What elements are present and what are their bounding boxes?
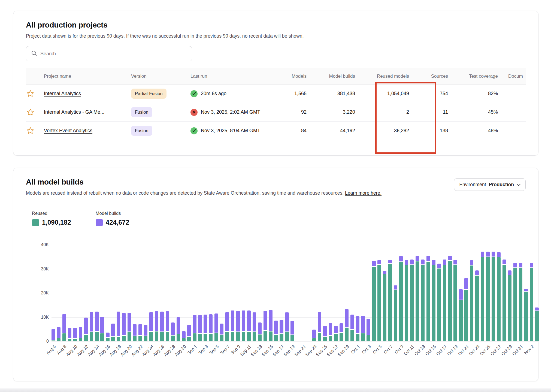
x-axis-label-aug-16: Aug 16 bbox=[98, 344, 111, 357]
reused-segment bbox=[84, 335, 88, 341]
search-input[interactable] bbox=[40, 51, 187, 57]
reused-segment bbox=[405, 265, 408, 341]
bar-sep-15: Sep 15 bbox=[269, 245, 273, 341]
model-builds-segment bbox=[497, 252, 501, 257]
y-axis-label-20K: 20K bbox=[32, 291, 49, 295]
y-axis-label-30K: 30K bbox=[32, 267, 49, 272]
bar-aug-25 bbox=[155, 245, 158, 341]
model-builds-segment bbox=[290, 321, 294, 334]
model-builds-segment bbox=[405, 260, 408, 265]
model-builds-segment bbox=[426, 256, 430, 261]
x-axis-label-sep-13: Sep 13 bbox=[250, 344, 263, 357]
reused-segment bbox=[394, 290, 397, 342]
bar-sep-18 bbox=[285, 245, 289, 341]
bar-sep-16 bbox=[274, 245, 278, 341]
x-axis-label-oct-29: Oct 29 bbox=[501, 344, 513, 357]
bar-nov-3 bbox=[535, 245, 538, 341]
project-link[interactable]: Internal Analytics bbox=[44, 91, 81, 96]
model-builds-cell: 3,220 bbox=[307, 109, 355, 115]
reused-segment bbox=[90, 332, 93, 342]
project-link[interactable]: Vortex Event Analytics bbox=[44, 128, 92, 133]
project-link[interactable]: Internal Analytics - GA Me... bbox=[44, 109, 104, 115]
model-builds-segment bbox=[90, 312, 93, 331]
bar-aug-22: Aug 22 bbox=[138, 245, 142, 341]
legend-reused-value: 1,090,182 bbox=[42, 219, 71, 226]
reused-segment bbox=[133, 336, 137, 341]
reused-segment bbox=[361, 333, 365, 341]
reused-segment bbox=[193, 333, 196, 341]
model-builds-segment bbox=[52, 329, 55, 340]
model-builds-segment bbox=[383, 271, 386, 274]
reused-segment bbox=[524, 292, 528, 341]
test-coverage-cell: 48% bbox=[448, 128, 498, 134]
environment-selector[interactable]: Environment Production bbox=[454, 178, 526, 191]
test-coverage-cell: 45% bbox=[448, 109, 498, 115]
col-documentation: Docum bbox=[498, 74, 526, 79]
bar-sep-3: Sep 3 bbox=[204, 245, 207, 341]
reused-segment bbox=[323, 337, 327, 341]
reused-segment bbox=[225, 332, 229, 341]
version-badge: Fusion bbox=[131, 107, 152, 117]
bar-aug-27 bbox=[166, 245, 169, 341]
reused-segment bbox=[177, 334, 180, 341]
reused-segment bbox=[481, 257, 484, 341]
bar-oct-13: Oct 13 bbox=[421, 245, 425, 341]
last-run-cell: Nov 3, 2025, 8:04 AM GMT bbox=[190, 127, 282, 134]
col-test-coverage: Test coverage bbox=[448, 74, 498, 79]
reused-segment bbox=[160, 332, 164, 341]
model-builds-segment bbox=[177, 317, 180, 334]
model-builds-segment bbox=[453, 260, 457, 265]
reused-segment bbox=[290, 335, 294, 341]
reused-segment bbox=[329, 336, 332, 341]
model-builds-segment bbox=[128, 313, 131, 331]
bar-aug-8: Aug 8 bbox=[62, 245, 66, 341]
x-axis-label-aug-20: Aug 20 bbox=[120, 344, 133, 357]
x-axis-label-oct-3: Oct 3 bbox=[361, 344, 372, 355]
reused-segment bbox=[470, 266, 473, 341]
model-builds-segment bbox=[171, 322, 175, 335]
x-axis-label-aug-28: Aug 28 bbox=[163, 344, 176, 357]
reused-segment bbox=[367, 335, 370, 341]
favorite-star-button[interactable] bbox=[26, 90, 44, 98]
last-run-text: 20m 6s ago bbox=[201, 91, 226, 97]
model-builds-segment bbox=[475, 270, 479, 275]
model-builds-cell: 381,438 bbox=[307, 91, 355, 97]
reused-segment bbox=[100, 333, 104, 341]
favorite-star-button[interactable] bbox=[26, 127, 44, 135]
model-builds-segment bbox=[437, 264, 441, 268]
project-search[interactable] bbox=[26, 46, 192, 61]
model-builds-segment bbox=[356, 316, 359, 333]
x-axis-label-aug-22: Aug 22 bbox=[131, 344, 144, 357]
sources-cell: 138 bbox=[409, 128, 448, 134]
reused-segment bbox=[416, 261, 419, 341]
model-builds-segment bbox=[340, 323, 343, 332]
reused-segment bbox=[236, 332, 240, 342]
favorite-star-button[interactable] bbox=[26, 108, 44, 116]
star-icon bbox=[26, 127, 34, 135]
learn-more-link[interactable]: Learn more here. bbox=[345, 190, 382, 196]
reused-segment bbox=[345, 328, 349, 341]
model-builds-segment bbox=[155, 311, 158, 331]
bar-aug-11 bbox=[79, 245, 82, 341]
model-builds-segment bbox=[410, 260, 414, 265]
reused-segment bbox=[106, 338, 109, 341]
table-row: Vortex Event AnalyticsFusionNov 3, 2025,… bbox=[26, 122, 526, 140]
table-row: Internal Analytics - GA Me...FusionNov 3… bbox=[26, 103, 526, 122]
bar-oct-19: Oct 19 bbox=[453, 245, 457, 341]
model-builds-chart: 010K20K30K40KAug 6Aug 8Aug 10Aug 12Aug 1… bbox=[39, 245, 526, 365]
reused-segment bbox=[73, 339, 77, 341]
bar-sep-6 bbox=[220, 245, 223, 341]
model-builds-segment bbox=[144, 325, 147, 335]
reused-segment bbox=[350, 330, 354, 341]
bar-oct-9: Oct 9 bbox=[399, 245, 403, 341]
models-cell: 92 bbox=[282, 109, 307, 115]
bar-oct-6 bbox=[383, 245, 386, 341]
x-axis-label-sep-17: Sep 17 bbox=[272, 344, 285, 357]
model-builds-segment bbox=[79, 327, 82, 338]
legend-reused-label: Reused bbox=[32, 211, 71, 216]
bar-sep-7: Sep 7 bbox=[225, 245, 229, 341]
bar-sep-30 bbox=[350, 245, 354, 341]
x-axis-label-oct-21: Oct 21 bbox=[457, 344, 470, 357]
bar-sep-29: Sep 29 bbox=[345, 245, 349, 341]
model-builds-segment bbox=[334, 326, 338, 333]
